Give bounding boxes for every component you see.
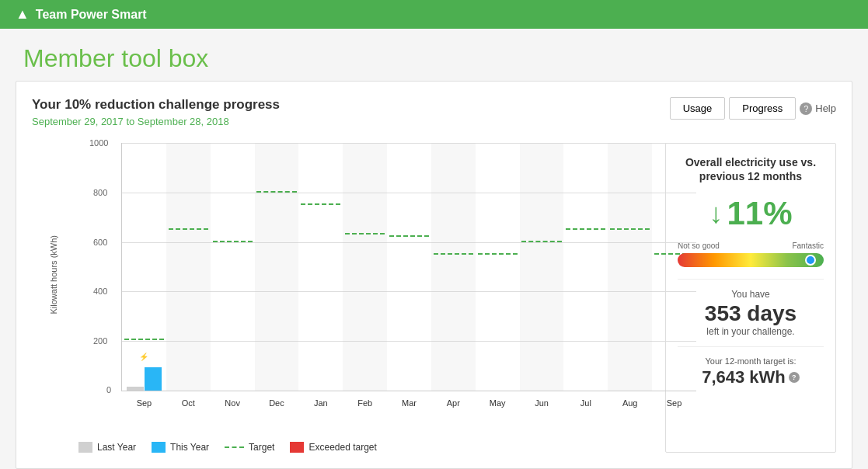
- bar-group-mar: Mar: [387, 143, 431, 391]
- progress-button[interactable]: Progress: [729, 97, 796, 120]
- percent-display: ↓ 11%: [678, 195, 824, 232]
- divider-1: [678, 279, 824, 280]
- target-line-may: [478, 253, 518, 255]
- target-line-dec: [256, 191, 296, 193]
- target-label: Your 12-month target is:: [678, 356, 824, 366]
- bar-group-feb: Feb: [343, 143, 387, 391]
- legend-exceeded-label: Exceeded target: [309, 442, 376, 453]
- target-value-text: 7,643 kWh: [702, 367, 786, 387]
- usage-button[interactable]: Usage: [670, 97, 726, 120]
- legend-last-year: Last Year: [78, 442, 136, 453]
- header: ▲ Team Power Smart: [0, 0, 868, 29]
- target-line-jan: [301, 203, 340, 205]
- gauge-right-label: Fantastic: [792, 241, 824, 250]
- target-line-feb: [345, 233, 385, 234]
- x-label-sep2: Sep: [652, 398, 696, 408]
- x-label-apr: Apr: [431, 398, 476, 408]
- card-title: Your 10% reduction challenge progress: [32, 97, 280, 113]
- main-card: Your 10% reduction challenge progress Se…: [16, 81, 852, 469]
- target-line-jul: [566, 228, 605, 230]
- help-label: Help: [815, 102, 836, 114]
- bar-group-dec: Dec: [255, 143, 299, 391]
- gauge-indicator: [805, 255, 816, 266]
- chart-area: 1000 800 600 400 200 0: [121, 143, 696, 391]
- target-line-aug: [610, 228, 650, 230]
- legend-exceeded: Exceeded target: [290, 442, 376, 453]
- bar-group-nov: Nov: [211, 143, 255, 391]
- content-row: Kilowatt hours (kWh) 1000 800 600 400: [32, 143, 836, 453]
- legend-dashed-line: [225, 446, 244, 448]
- x-label-jun: Jun: [520, 398, 564, 408]
- legend-this-year-label: This Year: [170, 442, 209, 453]
- down-arrow-icon: ↓: [709, 197, 723, 230]
- help-icon: ?: [800, 102, 812, 115]
- target-line-oct: [169, 228, 208, 230]
- y-axis-label: Kilowatt hours (kWh): [49, 235, 58, 314]
- y-label-1000: 1000: [89, 138, 108, 148]
- legend: Last Year This Year Target Exceeded targ…: [32, 442, 654, 453]
- target-value: 7,643 kWh ?: [678, 367, 824, 387]
- legend-target-label: Target: [249, 442, 274, 453]
- legend-box-blue: [152, 442, 166, 453]
- x-label-feb: Feb: [343, 398, 387, 408]
- help-button[interactable]: ? Help: [800, 102, 836, 115]
- y-label-800: 800: [93, 188, 107, 197]
- x-label-nov: Nov: [211, 398, 255, 408]
- x-label-sep1: Sep: [122, 398, 166, 408]
- target-line-jun: [521, 241, 561, 242]
- x-label-may: May: [476, 398, 520, 408]
- bar-group-sep1: ⚡ Sep: [122, 143, 166, 391]
- y-label-200: 200: [93, 336, 107, 346]
- x-label-oct: Oct: [166, 398, 211, 408]
- target-line-mar: [389, 235, 429, 237]
- days-count: 353 days: [678, 301, 824, 326]
- bar-last-year-sep1: [127, 387, 144, 391]
- target-line-nov: [213, 241, 253, 242]
- page-title: Member tool box: [0, 29, 868, 81]
- bar-this-year-sep1: [145, 367, 162, 391]
- x-label-aug: Aug: [608, 398, 652, 408]
- bar-group-apr: Apr: [431, 143, 476, 391]
- card-subtitle: September 29, 2017 to September 28, 2018: [32, 116, 280, 127]
- gauge-bar: [678, 253, 824, 267]
- lightning-icon: ⚡: [139, 353, 148, 361]
- chart-container: Kilowatt hours (kWh) 1000 800 600 400: [32, 143, 654, 430]
- header-buttons: Usage Progress ? Help: [670, 97, 836, 120]
- side-panel-title: Overall electricity use vs. previous 12 …: [678, 155, 824, 183]
- bar-group-jun: Jun: [520, 143, 564, 391]
- x-label-jan: Jan: [298, 398, 343, 408]
- bar-group-aug: Aug: [608, 143, 652, 391]
- card-header: Your 10% reduction challenge progress Se…: [32, 97, 836, 127]
- legend-box-red: [290, 442, 304, 453]
- bar-wrapper-sep1: [127, 367, 162, 391]
- bar-group-jan: Jan: [298, 143, 343, 391]
- legend-target: Target: [225, 442, 274, 453]
- target-line-sep1: [124, 339, 164, 340]
- card-header-text: Your 10% reduction challenge progress Se…: [32, 97, 280, 127]
- gauge-labels: Not so good Fantastic: [678, 241, 824, 250]
- bars-container: ⚡ Sep Oct: [122, 143, 696, 391]
- bar-group-jul: Jul: [563, 143, 608, 391]
- x-label-dec: Dec: [255, 398, 299, 408]
- x-label-mar: Mar: [387, 398, 431, 408]
- percent-value: 11%: [727, 195, 792, 232]
- chart-section: Kilowatt hours (kWh) 1000 800 600 400: [32, 143, 654, 453]
- y-label-600: 600: [93, 238, 107, 247]
- target-line-apr: [434, 253, 473, 255]
- header-title: Team Power Smart: [36, 8, 147, 22]
- x-label-jul: Jul: [563, 398, 608, 408]
- legend-this-year: This Year: [152, 442, 209, 453]
- target-question-icon[interactable]: ?: [789, 372, 800, 383]
- days-sublabel: left in your challenge.: [678, 326, 824, 337]
- legend-last-year-label: Last Year: [97, 442, 136, 453]
- legend-box-gray: [78, 442, 92, 453]
- divider-2: [678, 346, 824, 347]
- bar-group-may: May: [476, 143, 520, 391]
- header-arrow-icon: ▲: [16, 6, 30, 23]
- days-label: You have: [678, 289, 824, 300]
- y-label-400: 400: [93, 287, 107, 296]
- y-label-0: 0: [106, 385, 111, 394]
- bar-group-oct: Oct: [166, 143, 211, 391]
- gauge-container: Not so good Fantastic: [678, 241, 824, 267]
